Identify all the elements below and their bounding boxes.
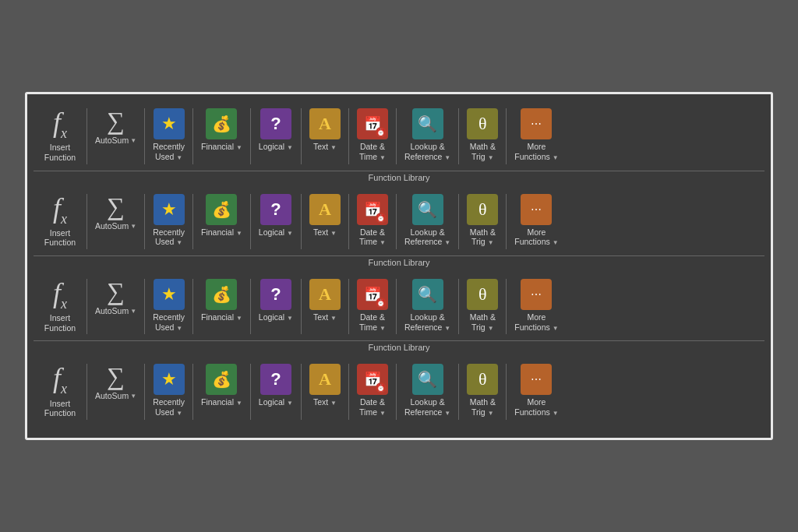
ribbon-item-math-trig[interactable]: θMath &Trig ▼ <box>462 191 503 252</box>
ribbon-item-lookup-reference[interactable]: 🔍Lookup &Reference ▼ <box>400 191 455 252</box>
ribbon-item-lookup-reference[interactable]: 🔍Lookup &Reference ▼ <box>400 361 455 422</box>
ribbon-item-insert-function[interactable]: fx InsertFunction <box>37 105 83 167</box>
ribbon-item-date-time[interactable]: 📅⏰Date &Time ▼ <box>352 191 393 252</box>
ribbon-divider <box>506 194 507 249</box>
star-icon: ★ <box>161 284 177 305</box>
section-label-partial <box>34 426 764 432</box>
math-trig-icon-box: θ <box>467 108 498 139</box>
ribbon-label: Logical ▼ <box>259 397 293 407</box>
ribbon-item-insert-function[interactable]: fx InsertFunction <box>37 276 83 337</box>
section-label: Function Library <box>34 255 764 271</box>
dropdown-arrow-icon: ▼ <box>130 223 136 231</box>
ribbon-item-autosum[interactable]: ∑ AutoSum ▼ <box>90 105 141 167</box>
ribbon-label: RecentlyUsed ▼ <box>153 142 185 161</box>
ribbon-item-financial[interactable]: 💰Financial ▼ <box>196 105 247 167</box>
dropdown-arrow-icon: ▼ <box>488 410 494 417</box>
dropdown-arrow-icon: ▼ <box>176 154 182 161</box>
ribbon-item-text[interactable]: AText ▼ <box>305 361 345 422</box>
ribbon-divider <box>506 108 507 164</box>
ribbon-label: Text ▼ <box>313 397 337 407</box>
ribbon-row-1: fx InsertFunction ∑ AutoSum ▼ ★RecentlyU… <box>34 186 764 252</box>
ribbon-item-more-functions[interactable]: ⋯MoreFunctions ▼ <box>510 105 563 167</box>
dropdown-arrow-icon: ▼ <box>176 325 182 332</box>
ribbon-item-logical[interactable]: ?Logical ▼ <box>254 276 298 337</box>
dots-icon: ⋯ <box>531 203 542 216</box>
dropdown-arrow-icon: ▼ <box>236 400 242 407</box>
ribbon-item-logical[interactable]: ?Logical ▼ <box>254 191 298 252</box>
ribbon-label: Text ▼ <box>313 142 337 152</box>
ribbon-divider <box>348 279 349 334</box>
ribbon-label: Math &Trig ▼ <box>470 142 496 161</box>
ribbon-row-2: fx InsertFunction ∑ AutoSum ▼ ★RecentlyU… <box>34 271 764 337</box>
ribbon-divider <box>458 364 459 419</box>
ribbon-item-text[interactable]: AText ▼ <box>305 276 345 337</box>
dropdown-arrow-icon: ▼ <box>236 144 242 151</box>
ribbon-label: Date &Time ▼ <box>359 312 386 332</box>
ribbon-item-logical[interactable]: ?Logical ▼ <box>254 105 298 167</box>
ribbon-item-text[interactable]: AText ▼ <box>305 105 345 167</box>
ribbon-item-logical[interactable]: ?Logical ▼ <box>254 361 298 422</box>
ribbon-label: RecentlyUsed ▼ <box>153 312 185 332</box>
ribbon-item-autosum[interactable]: ∑ AutoSum ▼ <box>90 191 141 252</box>
financial-icon-box: 💰 <box>206 364 237 395</box>
ribbon-item-more-functions[interactable]: ⋯MoreFunctions ▼ <box>510 191 563 252</box>
magnifier-icon: 🔍 <box>418 115 437 133</box>
recently-used-icon-box: ★ <box>154 194 185 225</box>
ribbon-item-financial[interactable]: 💰Financial ▼ <box>196 191 247 252</box>
ribbon-divider <box>250 364 251 419</box>
ribbon-label: MoreFunctions ▼ <box>514 312 558 332</box>
ribbon-label: Lookup &Reference ▼ <box>404 227 450 247</box>
ribbon-item-recently-used[interactable]: ★RecentlyUsed ▼ <box>148 105 189 167</box>
ribbon-item-more-functions[interactable]: ⋯MoreFunctions ▼ <box>510 276 563 337</box>
coins-icon: 💰 <box>212 115 231 133</box>
text-icon-box: A <box>309 364 341 395</box>
ribbon-divider <box>506 279 507 334</box>
ribbon-item-math-trig[interactable]: θMath &Trig ▼ <box>462 105 503 167</box>
ribbon-item-more-functions[interactable]: ⋯MoreFunctions ▼ <box>510 361 563 422</box>
ribbon-label: Logical ▼ <box>259 312 293 322</box>
ribbon-divider <box>250 194 251 249</box>
ribbon-label: Text ▼ <box>313 227 337 238</box>
ribbon-item-date-time[interactable]: 📅⏰Date &Time ▼ <box>352 276 393 337</box>
a-icon: A <box>319 114 331 134</box>
question-icon: ? <box>270 284 281 305</box>
dropdown-arrow-icon: ▼ <box>287 315 293 322</box>
ribbon-item-lookup-reference[interactable]: 🔍Lookup &Reference ▼ <box>400 105 455 167</box>
magnifier-icon: 🔍 <box>418 285 437 304</box>
coins-icon: 💰 <box>212 285 231 304</box>
dropdown-arrow-icon: ▼ <box>380 325 386 332</box>
ribbon-divider <box>458 194 459 249</box>
financial-icon-box: 💰 <box>206 108 237 139</box>
a-icon: A <box>319 369 331 389</box>
recently-used-icon-box: ★ <box>154 364 185 395</box>
sigma-icon: ∑ <box>107 279 125 304</box>
dropdown-arrow-icon: ▼ <box>330 230 337 237</box>
ribbon-item-financial[interactable]: 💰Financial ▼ <box>196 276 247 337</box>
ribbon-divider <box>87 194 87 249</box>
dropdown-arrow-icon: ▼ <box>380 154 386 161</box>
section-label: Function Library <box>34 171 764 186</box>
ribbon-item-recently-used[interactable]: ★RecentlyUsed ▼ <box>148 276 189 337</box>
question-icon: ? <box>270 114 281 134</box>
ribbon-item-financial[interactable]: 💰Financial ▼ <box>196 361 247 422</box>
text-icon-box: A <box>309 108 341 139</box>
ribbon-item-recently-used[interactable]: ★RecentlyUsed ▼ <box>148 191 189 252</box>
ribbon-item-recently-used[interactable]: ★RecentlyUsed ▼ <box>148 361 189 422</box>
ribbon-item-lookup-reference[interactable]: 🔍Lookup &Reference ▼ <box>400 276 455 337</box>
ribbon-item-date-time[interactable]: 📅⏰Date &Time ▼ <box>352 105 393 167</box>
ribbon-item-insert-function[interactable]: fx InsertFunction <box>37 191 83 252</box>
ribbon-item-text[interactable]: AText ▼ <box>305 191 345 252</box>
ribbon-item-insert-function[interactable]: fx InsertFunction <box>37 361 83 422</box>
a-icon: A <box>319 199 331 220</box>
ribbon-divider <box>301 364 302 419</box>
ribbon-item-autosum[interactable]: ∑ AutoSum ▼ <box>90 361 141 422</box>
ribbon-item-math-trig[interactable]: θMath &Trig ▼ <box>462 361 503 422</box>
ribbon-label: Math &Trig ▼ <box>470 227 496 247</box>
ribbon-divider <box>348 364 349 419</box>
fx-icon: fx <box>53 364 67 396</box>
more-functions-icon-box: ⋯ <box>521 194 552 225</box>
ribbon-item-autosum[interactable]: ∑ AutoSum ▼ <box>90 276 141 337</box>
star-icon: ★ <box>161 199 177 220</box>
ribbon-item-math-trig[interactable]: θMath &Trig ▼ <box>462 276 503 337</box>
ribbon-item-date-time[interactable]: 📅⏰Date &Time ▼ <box>352 361 393 422</box>
